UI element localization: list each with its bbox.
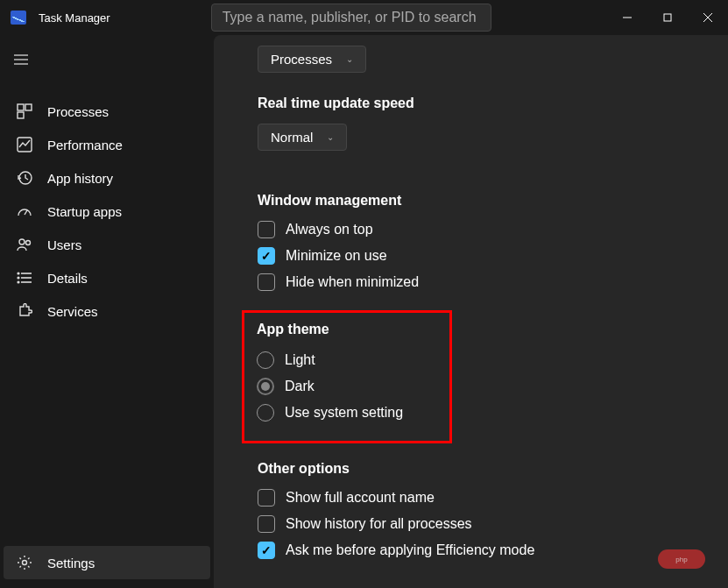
app-icon: [11, 11, 26, 25]
chevron-down-icon: ⌄: [346, 54, 353, 64]
checkbox-show-full-account-name[interactable]: Show full account name: [258, 489, 684, 507]
svg-rect-8: [25, 104, 32, 110]
sidebar-item-processes[interactable]: Processes: [4, 95, 210, 128]
checkbox-label: Minimize on use: [286, 248, 387, 264]
dropdown-value: Normal: [271, 130, 313, 145]
window-controls: [607, 0, 728, 35]
sidebar-item-label: Services: [47, 304, 98, 319]
sidebar-item-users[interactable]: Users: [4, 228, 210, 261]
update-speed-dropdown[interactable]: Normal ⌄: [258, 124, 347, 151]
checkbox-icon: [258, 489, 275, 507]
section-title: Real time update speed: [258, 96, 684, 111]
svg-line-12: [25, 210, 27, 215]
window-management-section: Window management Always on top Minimize…: [258, 193, 684, 291]
app-title: Task Manager: [39, 11, 110, 25]
titlebar: Task Manager Type a name, publisher, or …: [0, 0, 728, 35]
radio-label: Dark: [285, 379, 315, 394]
gauge-icon: [16, 202, 33, 220]
watermark-badge: php: [658, 549, 705, 569]
checkbox-icon: [258, 542, 275, 559]
checkbox-ask-before-efficiency-mode[interactable]: Ask me before applying Efficiency mode: [258, 542, 684, 559]
checkbox-minimize-on-use[interactable]: Minimize on use: [258, 247, 684, 265]
sidebar-item-label: App history: [47, 171, 113, 186]
checkbox-icon: [258, 221, 275, 238]
minimize-button[interactable]: [607, 0, 647, 35]
radio-light[interactable]: Light: [257, 351, 437, 369]
sidebar-item-settings[interactable]: Settings: [4, 546, 210, 579]
radio-label: Light: [285, 352, 315, 368]
history-icon: [16, 169, 33, 187]
sidebar-item-services[interactable]: Services: [4, 294, 210, 328]
svg-point-19: [18, 277, 19, 279]
radio-label: Use system setting: [285, 405, 403, 421]
section-title: Window management: [258, 193, 684, 209]
realtime-section: Real time update speed Normal ⌄: [258, 96, 684, 174]
svg-rect-1: [664, 14, 671, 21]
checkbox-label: Hide when minimized: [286, 274, 419, 290]
checkbox-label: Always on top: [286, 222, 373, 237]
radio-use-system-setting[interactable]: Use system setting: [257, 404, 437, 422]
checkbox-icon: [258, 515, 275, 533]
checkbox-always-on-top[interactable]: Always on top: [258, 221, 684, 238]
radio-icon: [257, 351, 274, 369]
radio-icon: [257, 378, 274, 395]
search-input[interactable]: Type a name, publisher, or PID to search: [211, 4, 491, 32]
sidebar: Processes Performance App history Startu…: [0, 35, 214, 588]
radio-dark[interactable]: Dark: [257, 378, 437, 395]
sidebar-item-label: Details: [47, 271, 88, 286]
gear-icon: [16, 554, 33, 571]
svg-point-18: [18, 273, 19, 274]
svg-point-14: [26, 241, 31, 245]
chevron-down-icon: ⌄: [327, 132, 334, 142]
section-title: Other options: [258, 461, 684, 477]
checkbox-hide-when-minimized[interactable]: Hide when minimized: [258, 273, 684, 291]
users-icon: [16, 236, 33, 253]
app-theme-highlight: App theme Light Dark Use system setting: [242, 310, 452, 443]
sidebar-item-startup-apps[interactable]: Startup apps: [4, 195, 210, 228]
svg-rect-7: [18, 104, 24, 110]
list-icon: [16, 269, 33, 287]
sidebar-item-app-history[interactable]: App history: [4, 161, 210, 195]
sidebar-item-label: Settings: [47, 556, 95, 570]
grid-icon: [16, 103, 33, 120]
section-title: App theme: [257, 322, 437, 337]
svg-rect-9: [18, 112, 24, 118]
checkbox-show-history-all-processes[interactable]: Show history for all processes: [258, 515, 684, 533]
svg-point-20: [18, 281, 19, 283]
sidebar-item-label: Users: [47, 237, 81, 252]
hamburger-button[interactable]: [0, 42, 214, 79]
dropdown-value: Processes: [271, 52, 332, 67]
close-button[interactable]: [688, 0, 728, 35]
checkbox-label: Show history for all processes: [286, 516, 472, 532]
maximize-button[interactable]: [647, 0, 688, 35]
checkbox-icon: [258, 273, 275, 291]
checkbox-label: Ask me before applying Efficiency mode: [286, 542, 534, 558]
sidebar-item-details[interactable]: Details: [4, 261, 210, 294]
radio-icon: [257, 404, 274, 422]
performance-icon: [16, 136, 33, 153]
sidebar-item-label: Performance: [47, 138, 123, 152]
svg-point-21: [23, 561, 27, 565]
sidebar-item-label: Startup apps: [47, 204, 122, 219]
svg-point-13: [19, 239, 25, 244]
checkbox-icon: [258, 247, 275, 265]
checkbox-label: Show full account name: [286, 490, 435, 506]
sidebar-item-performance[interactable]: Performance: [4, 128, 210, 161]
settings-content: Processes ⌄ Real time update speed Norma…: [214, 35, 728, 588]
puzzle-icon: [16, 302, 33, 320]
default-page-dropdown[interactable]: Processes ⌄: [258, 46, 366, 73]
sidebar-item-label: Processes: [47, 104, 109, 119]
other-options-section: Other options Show full account name Sho…: [258, 461, 684, 559]
